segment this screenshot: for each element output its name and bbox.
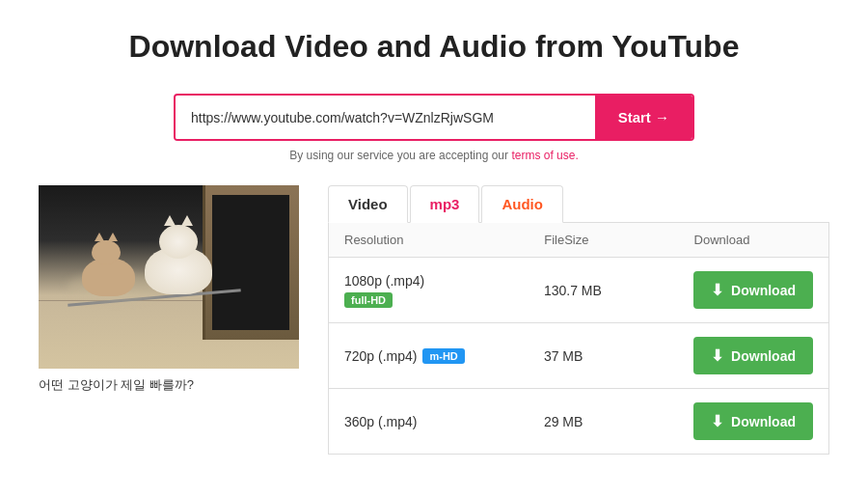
resolution-text-360: 360p (.mp4) — [344, 414, 513, 429]
cabinet-inner — [212, 195, 289, 330]
terms-link[interactable]: terms of use. — [511, 149, 578, 162]
badge-fullhd: full-HD — [344, 292, 393, 308]
search-section: Start → By using our service you are acc… — [39, 94, 829, 162]
filesize-360: 29 MB — [529, 400, 678, 443]
badge-mhd: m-HD — [422, 348, 464, 364]
terms-text: By using our service you are accepting o… — [289, 149, 579, 162]
cat2 — [145, 246, 212, 309]
page-title: Download Video and Audio from YouTube — [39, 29, 829, 65]
download-cell-1080: ⬇ Download — [678, 258, 828, 322]
download-cell-360: ⬇ Download — [678, 389, 828, 454]
resolution-cell-360: 360p (.mp4) — [329, 400, 529, 443]
download-label-1080: Download — [731, 283, 796, 298]
download-section: Video mp3 Audio Resolution FileSize Down… — [328, 185, 829, 455]
download-button-1080[interactable]: ⬇ Download — [693, 271, 813, 309]
download-cell-720: ⬇ Download — [678, 323, 828, 388]
table-row: 360p (.mp4) 29 MB ⬇ Download — [329, 389, 828, 454]
page-wrapper: Download Video and Audio from YouTube St… — [0, 0, 868, 483]
resolution-cell-1080: 1080p (.mp4) full-HD — [329, 260, 529, 321]
download-button-720[interactable]: ⬇ Download — [693, 337, 813, 374]
download-icon-720: ⬇ — [711, 346, 723, 365]
content-section: 어떤 고양이가 제일 빠를까? Video mp3 Audio Resoluti… — [39, 185, 829, 455]
tabs: Video mp3 Audio — [328, 185, 829, 223]
filesize-1080: 130.7 MB — [529, 269, 678, 312]
video-preview: 어떤 고양이가 제일 빠를까? — [39, 185, 299, 455]
table-row: 720p (.mp4) m-HD 37 MB ⬇ Download — [329, 323, 828, 389]
download-icon-360: ⬇ — [711, 412, 723, 430]
table-row: 1080p (.mp4) full-HD 130.7 MB ⬇ Download — [329, 258, 828, 323]
tab-video[interactable]: Video — [328, 185, 408, 223]
tab-mp3[interactable]: mp3 — [410, 185, 480, 223]
resolution-cell-720: 720p (.mp4) m-HD — [329, 335, 529, 377]
start-button[interactable]: Start → — [595, 96, 692, 139]
download-button-360[interactable]: ⬇ Download — [693, 402, 813, 440]
download-label-360: Download — [731, 414, 796, 429]
download-icon-1080: ⬇ — [711, 281, 723, 299]
table-header: Resolution FileSize Download — [329, 223, 828, 258]
resolution-text-720: 720p (.mp4) — [344, 348, 417, 364]
cat1-head — [92, 240, 121, 264]
cat2-ear-left — [164, 215, 176, 226]
download-table: Resolution FileSize Download 1080p (.mp4… — [328, 223, 829, 455]
cat1 — [82, 258, 135, 306]
th-download: Download — [679, 223, 828, 257]
video-thumbnail — [39, 185, 299, 369]
cat1-body — [82, 258, 135, 296]
cat1-ear-left — [95, 233, 104, 241]
th-resolution: Resolution — [329, 223, 529, 257]
resolution-text-1080: 1080p (.mp4) — [344, 273, 513, 289]
cabinet — [203, 185, 299, 340]
filesize-720: 37 MB — [529, 335, 678, 377]
cat1-ear-right — [108, 233, 118, 241]
tab-audio[interactable]: Audio — [481, 185, 563, 223]
thumbnail-scene — [39, 185, 299, 369]
url-row: Start → — [174, 94, 694, 141]
url-input[interactable] — [176, 97, 595, 139]
th-filesize: FileSize — [529, 223, 678, 257]
start-button-label: Start → — [618, 109, 669, 125]
video-caption: 어떤 고양이가 제일 빠를까? — [39, 376, 299, 394]
download-label-720: Download — [731, 348, 796, 364]
cat2-body — [145, 246, 212, 294]
cat2-head — [159, 225, 198, 259]
cat2-ear-right — [181, 215, 193, 226]
